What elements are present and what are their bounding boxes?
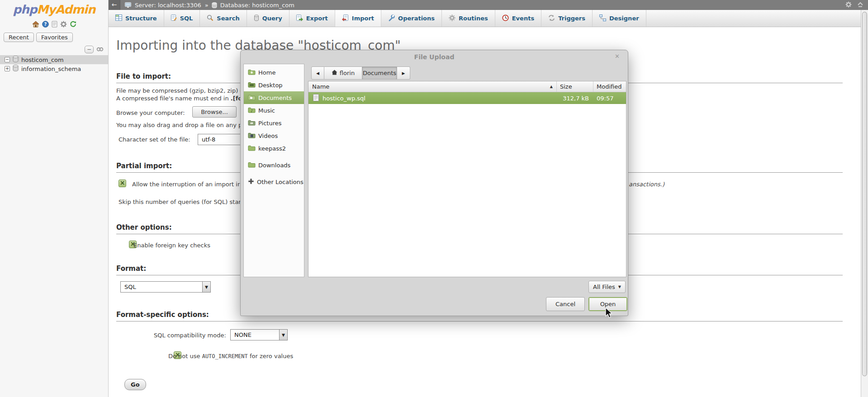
collapse-all-button[interactable]: − — [85, 46, 94, 53]
place-documents[interactable]: Documents — [244, 91, 304, 104]
tab-search[interactable]: Search — [200, 10, 247, 27]
sql-compat-select[interactable]: NONE ▼ — [230, 329, 288, 340]
compression-note-line2: A compressed file's name must end in .[f… — [116, 95, 242, 102]
tree-item-information-schema[interactable]: + information_schema — [0, 64, 108, 73]
auto-increment-label[interactable]: Do not use AUTO_INCREMENT for zero value… — [168, 353, 293, 359]
favorites-button[interactable]: Favorites — [36, 33, 73, 42]
path-bar: ◀ florin Documents ▶ — [311, 66, 410, 80]
desktop-folder-icon — [248, 81, 256, 89]
file-row-hostico-wp-sql[interactable]: hostico_wp.sql 312,7 kB 09:57 — [308, 92, 626, 104]
tab-sql[interactable]: SQL — [164, 10, 200, 27]
database-icon — [13, 56, 19, 64]
column-name[interactable]: Name ▲ — [308, 81, 557, 92]
tab-label: Triggers — [558, 15, 585, 22]
go-button[interactable]: Go — [124, 379, 146, 390]
tab-structure[interactable]: Structure — [109, 10, 164, 27]
collapse-expander-icon[interactable]: − — [5, 57, 10, 62]
settings-icon[interactable] — [845, 1, 852, 9]
path-documents-button[interactable]: Documents — [362, 66, 397, 80]
allow-interrupt-checkbox[interactable] — [119, 180, 126, 187]
place-keepass2[interactable]: keepass2 — [244, 142, 304, 155]
column-size[interactable]: Size — [557, 81, 593, 92]
close-icon[interactable]: ✕ — [615, 53, 620, 60]
help-icon[interactable]: ? — [42, 21, 49, 28]
tab-import[interactable]: Import — [335, 10, 381, 27]
database-icon — [13, 65, 19, 73]
cancel-button[interactable]: Cancel — [546, 297, 585, 311]
path-forward-button[interactable]: ▶ — [397, 66, 410, 80]
file-name: hostico_wp.sql — [323, 95, 365, 102]
tab-label: Export — [306, 15, 328, 22]
place-label: keepass2 — [258, 145, 286, 152]
place-downloads[interactable]: Downloads — [244, 159, 304, 171]
mouse-cursor — [605, 307, 613, 320]
file-list: Name ▲ Size Modified hostico_wp.sql 312,… — [308, 81, 626, 277]
allow-interrupt-label[interactable]: Allow the interruption of an import ir — [132, 181, 240, 188]
tab-designer[interactable]: Designer — [593, 10, 646, 27]
import-icon — [342, 14, 349, 23]
column-modified[interactable]: Modified — [593, 81, 626, 92]
triggers-icon — [548, 14, 555, 23]
place-home[interactable]: Home — [244, 66, 304, 79]
file-size: 312,7 kB — [557, 95, 593, 102]
tab-operations[interactable]: Operations — [381, 10, 442, 27]
operations-icon — [388, 14, 395, 23]
path-back-button[interactable]: ◀ — [311, 66, 324, 80]
events-icon — [502, 14, 509, 23]
column-label: Size — [560, 83, 572, 90]
path-home-button[interactable]: florin — [324, 66, 362, 80]
chevron-down-icon: ▼ — [202, 282, 210, 292]
tab-label: Operations — [398, 15, 435, 22]
format-select[interactable]: SQL ▼ — [120, 281, 211, 293]
file-upload-dialog: File Upload ✕ Home Desktop Documents ♪ M… — [240, 50, 628, 316]
charset-label: Character set of the file: — [119, 136, 190, 143]
link-icon[interactable] — [96, 46, 104, 53]
docs-icon[interactable] — [52, 21, 57, 28]
tab-triggers[interactable]: Triggers — [541, 10, 593, 27]
place-videos[interactable]: Videos — [244, 129, 304, 142]
column-label: Name — [312, 83, 329, 90]
place-desktop[interactable]: Desktop — [244, 79, 304, 91]
documents-folder-icon — [248, 94, 256, 102]
settings-icon[interactable] — [60, 21, 67, 28]
tab-export[interactable]: Export — [289, 10, 335, 27]
structure-icon — [115, 14, 122, 22]
allow-interrupt-label-tail: ansactions.) — [629, 181, 664, 188]
recent-button[interactable]: Recent — [4, 33, 34, 42]
auto-increment-post: for zero values — [248, 353, 293, 359]
search-icon — [207, 14, 213, 23]
place-pictures[interactable]: Pictures — [244, 117, 304, 129]
breadcrumb-database[interactable]: Database: hosticom_com — [220, 2, 294, 9]
tab-query[interactable]: Query — [247, 10, 289, 27]
path-crumb-label: Documents — [363, 70, 396, 76]
path-crumb-label: florin — [340, 70, 355, 76]
place-music[interactable]: ♪ Music — [244, 104, 304, 117]
browse-button[interactable]: Browse... — [192, 106, 237, 118]
phpmyadmin-logo[interactable]: phpMyAdmin — [0, 0, 108, 16]
tree-item-label: hosticom_com — [21, 57, 64, 63]
tree-item-hosticom-com[interactable]: − hosticom_com — [0, 55, 108, 64]
file-modified: 09:57 — [593, 95, 626, 102]
place-other-locations[interactable]: Other Locations — [244, 175, 304, 188]
refresh-icon[interactable] — [70, 21, 76, 28]
place-label: Pictures — [258, 120, 281, 127]
page-scrollbar[interactable] — [861, 10, 868, 397]
place-label: Downloads — [258, 162, 290, 169]
back-button[interactable]: ← — [109, 0, 120, 10]
chevron-down-icon: ▼ — [279, 330, 287, 340]
tab-events[interactable]: Events — [495, 10, 541, 27]
tab-label: Events — [512, 15, 534, 22]
sql-compat-value: NONE — [231, 331, 279, 338]
designer-icon — [599, 14, 606, 23]
expand-expander-icon[interactable]: + — [5, 66, 10, 71]
file-icon — [313, 94, 319, 103]
exit-fullscreen-icon[interactable] — [857, 1, 863, 9]
file-type-filter-button[interactable]: All Files ▼ — [588, 281, 626, 293]
breadcrumb-server[interactable]: Server: localhost:3306 — [135, 2, 201, 9]
music-folder-icon: ♪ — [248, 107, 256, 114]
home-icon[interactable] — [32, 21, 39, 28]
scrollbar-thumb[interactable] — [862, 12, 867, 376]
tab-label: Query — [262, 15, 282, 22]
foreign-key-label[interactable]: Enable foreign key checks — [133, 242, 210, 249]
tab-routines[interactable]: Routines — [442, 10, 495, 27]
